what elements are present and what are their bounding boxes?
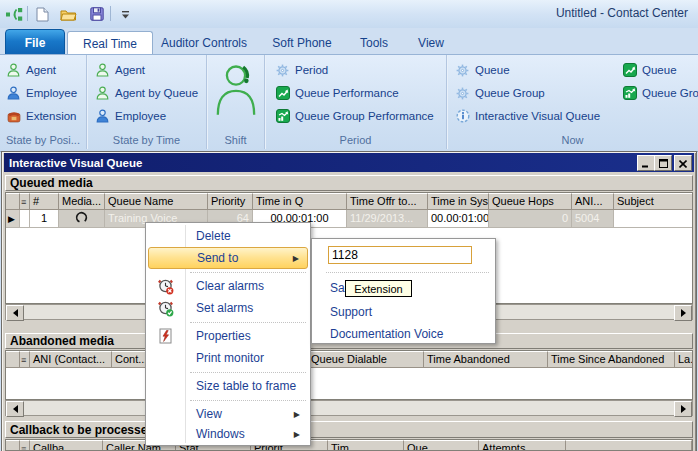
ribbon-item-interactive-visual-queue[interactable]: Interactive Visual Queue bbox=[455, 108, 600, 124]
ribbon-item-queue-chart-now[interactable]: Queue bbox=[622, 62, 677, 78]
menu-item-properties[interactable]: Properties bbox=[148, 325, 308, 347]
col-ani-contact[interactable]: ANI (Contact... bbox=[30, 351, 112, 368]
ribbon-item-period[interactable]: Period bbox=[275, 62, 328, 78]
cell-ani: 5004 bbox=[572, 210, 614, 228]
col-media[interactable]: Media... bbox=[59, 193, 105, 210]
employee-icon bbox=[6, 86, 21, 101]
menu-item-size-table-to-frame[interactable]: Size table to frame bbox=[148, 375, 308, 397]
menu-item-send-to[interactable]: Send to ▶ bbox=[148, 247, 308, 269]
menu-item-set-alarms[interactable]: Set alarms bbox=[148, 297, 308, 319]
abandoned-media-hscrollbar[interactable] bbox=[5, 400, 693, 416]
child-window-title: Interactive Visual Queue bbox=[4, 157, 142, 169]
close-button[interactable] bbox=[674, 155, 692, 171]
list-icon: ≡ bbox=[20, 193, 30, 210]
col-spacer bbox=[566, 440, 692, 451]
chart-icon bbox=[622, 63, 637, 78]
menu-item-clear-alarms[interactable]: Clear alarms bbox=[148, 275, 308, 297]
col-subject[interactable]: Subject bbox=[614, 193, 693, 210]
col-queue-hops[interactable]: Queue Hops bbox=[489, 193, 572, 210]
ribbon-item-employee-by-time[interactable]: Employee bbox=[95, 108, 166, 124]
menu-item-view[interactable]: View ▶ bbox=[148, 403, 308, 425]
new-document-icon[interactable] bbox=[33, 6, 51, 22]
ribbon-item-employee-by-position[interactable]: Employee bbox=[6, 85, 77, 101]
close-icon bbox=[679, 154, 687, 172]
child-window-titlebar[interactable]: Interactive Visual Queue bbox=[4, 153, 694, 172]
qat-dropdown-caret-icon[interactable] bbox=[116, 6, 134, 22]
group-label-now: Now bbox=[447, 134, 698, 146]
tab-auditor-controls[interactable]: Auditor Controls bbox=[158, 31, 250, 54]
col-queue-dialable[interactable]: Queue Dialable bbox=[308, 351, 424, 368]
col-ani[interactable]: ANI... bbox=[572, 193, 614, 210]
ribbon-item-agent-by-queue[interactable]: Agent by Queue bbox=[95, 85, 198, 101]
ribbon-item-queue-now[interactable]: Queue bbox=[455, 62, 510, 78]
phone-icon bbox=[6, 109, 21, 124]
row-selector-header bbox=[6, 351, 20, 368]
scroll-left-icon[interactable] bbox=[6, 305, 24, 321]
col-time[interactable]: Tim... bbox=[328, 440, 404, 451]
col-callback[interactable]: Callba... bbox=[30, 440, 103, 451]
employee-icon bbox=[95, 109, 110, 124]
scroll-right-icon[interactable] bbox=[674, 401, 692, 417]
menu-item-print-monitor[interactable]: Print monitor bbox=[148, 347, 308, 369]
abandoned-media-table[interactable]: ≡ ANI (Contact... Cont... Queue Dialable… bbox=[5, 350, 693, 400]
ribbon-item-queue-group-now[interactable]: Queue Group bbox=[455, 85, 545, 101]
callback-table[interactable]: ≡ Callba... Caller Nam... Stat... Priori… bbox=[5, 439, 693, 451]
tab-soft-phone[interactable]: Soft Phone bbox=[264, 31, 340, 54]
cell-time-in-sys: 00.00:01:00 bbox=[428, 210, 489, 228]
ribbon-item-extension[interactable]: Extension bbox=[6, 108, 77, 124]
tab-tools[interactable]: Tools bbox=[350, 31, 398, 54]
submenu-item-support[interactable]: Support bbox=[314, 301, 493, 323]
send-to-extension-input[interactable] bbox=[328, 246, 472, 264]
ribbon-item-queue-performance[interactable]: Queue Performance bbox=[275, 85, 399, 101]
row-selector[interactable]: ▶ bbox=[6, 210, 20, 228]
save-icon[interactable] bbox=[88, 6, 106, 22]
col-time-since-abandoned[interactable]: Time Since Abandoned bbox=[548, 351, 675, 368]
col-priority[interactable]: Priority bbox=[208, 193, 253, 210]
col-time-offr-to[interactable]: Time Offr to... bbox=[347, 193, 428, 210]
col-time-abandoned[interactable]: Time Abandoned bbox=[424, 351, 548, 368]
group-label-shift: Shift bbox=[207, 134, 264, 146]
menu-item-delete[interactable]: Delete bbox=[148, 225, 308, 247]
scroll-right-icon[interactable] bbox=[674, 305, 692, 321]
col-time-in-q[interactable]: Time in Q bbox=[253, 193, 347, 210]
cell-list bbox=[20, 210, 30, 228]
queued-media-header-row: ≡ # Media... Queue Name Priority Time in… bbox=[6, 193, 692, 210]
properties-icon bbox=[156, 327, 174, 345]
queued-media-title: Queued media bbox=[10, 176, 93, 190]
app-logo-icon[interactable] bbox=[5, 6, 23, 22]
col-queue[interactable]: Que... bbox=[404, 440, 479, 451]
col-queue-name[interactable]: Queue Name bbox=[105, 193, 208, 210]
tab-view[interactable]: View bbox=[408, 31, 454, 54]
ribbon-group-state-by-time: Agent Agent by Queue Employee State by T… bbox=[87, 55, 207, 149]
maximize-button[interactable] bbox=[654, 155, 672, 171]
row-selector-header bbox=[6, 440, 20, 451]
minimize-button[interactable] bbox=[637, 155, 655, 171]
shift-button[interactable] bbox=[214, 61, 258, 121]
ribbon-tab-row: File Real Time Auditor Controls Soft Pho… bbox=[0, 28, 698, 54]
ribbon-item-agent-by-position[interactable]: Agent bbox=[6, 62, 56, 78]
open-folder-icon[interactable] bbox=[59, 6, 77, 22]
media-voice-icon bbox=[59, 210, 105, 228]
ribbon-group-shift: Shift bbox=[207, 55, 265, 149]
col-num[interactable]: # bbox=[30, 193, 59, 210]
row-selector-header bbox=[6, 193, 20, 210]
set-alarms-icon bbox=[156, 299, 174, 317]
group-label-state-by-position: State by Posi... bbox=[0, 134, 86, 146]
menu-separator bbox=[190, 400, 306, 402]
group-label-period: Period bbox=[265, 134, 446, 146]
ribbon-item-agent-by-time[interactable]: Agent bbox=[95, 62, 145, 78]
col-la[interactable]: La... bbox=[675, 351, 693, 368]
table-row[interactable]: ▶ 1 Training Voice 64 00.00:01:00 11/29/… bbox=[6, 210, 692, 228]
submenu-item-documentation-voice[interactable]: Documentation Voice bbox=[314, 323, 493, 345]
col-attempts[interactable]: Attempts bbox=[479, 440, 566, 451]
qat-separator bbox=[27, 6, 28, 21]
menu-item-windows[interactable]: Windows ▶ bbox=[148, 423, 308, 445]
list-icon: ≡ bbox=[20, 440, 30, 451]
scroll-left-icon[interactable] bbox=[6, 401, 24, 417]
ribbon-item-queue-group-performance[interactable]: Queue Group Performance bbox=[275, 108, 434, 124]
tab-file[interactable]: File bbox=[5, 29, 65, 56]
callback-header-row: ≡ Callba... Caller Nam... Stat... Priori… bbox=[6, 440, 692, 451]
ribbon-item-queue-group-chart-now[interactable]: Queue Group bbox=[622, 85, 698, 101]
tab-real-time[interactable]: Real Time bbox=[67, 31, 153, 55]
col-time-in-sys[interactable]: Time in Sys bbox=[428, 193, 489, 210]
